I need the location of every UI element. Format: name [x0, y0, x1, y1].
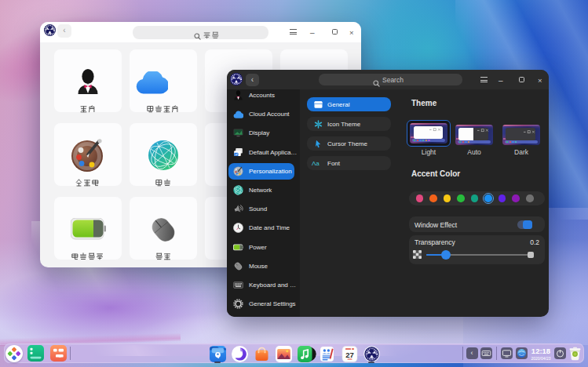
svg-text:27: 27: [345, 351, 354, 359]
